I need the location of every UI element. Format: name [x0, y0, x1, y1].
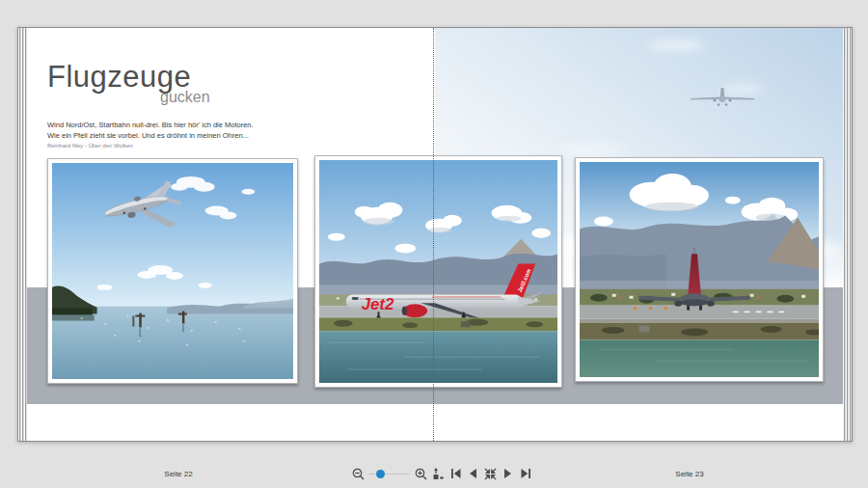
fit-view-icon[interactable] [484, 468, 497, 480]
zoom-slider-handle[interactable] [376, 470, 385, 478]
page-scale-icon[interactable] [432, 468, 445, 480]
photo-plane-rear-view[interactable] [575, 157, 824, 382]
approaching-airplane-photo [689, 82, 756, 111]
body-line-1: Wind Nord/Ost, Startbahn null-drei. Bis … [47, 121, 254, 131]
page-title-block[interactable]: Flugzeuge gucken [47, 61, 210, 105]
song-attribution: Reinhard Mey - Über den Wolken [47, 142, 254, 149]
view-toolbar [352, 467, 531, 480]
right-page-number-label: Seite 23 [661, 470, 719, 478]
photobook-editor-window: Flugzeuge gucken Wind Nord/Ost, Startbah… [0, 0, 868, 488]
page-stack-edge-left [18, 28, 27, 441]
left-page-number-label: Seite 22 [149, 470, 207, 478]
photo-jet2-on-runway-image: Jet2.com Jet2 [319, 160, 557, 383]
book-spread: Flugzeuge gucken Wind Nord/Ost, Startbah… [17, 27, 853, 442]
page-spread-canvas[interactable]: Flugzeuge gucken Wind Nord/Ost, Startbah… [27, 28, 843, 441]
photo-plane-overhead[interactable] [47, 158, 298, 384]
previous-page-icon[interactable] [467, 468, 479, 480]
next-page-icon[interactable] [502, 468, 514, 480]
svg-text:Jet2: Jet2 [362, 295, 394, 313]
first-page-icon[interactable] [449, 468, 462, 480]
photo-plane-rear-view-image [580, 162, 819, 377]
body-line-2: Wie ein Pfeil zieht sie vorbei. Und es d… [47, 131, 254, 142]
page-stack-edge-right [843, 28, 852, 441]
zoom-in-icon[interactable] [415, 468, 427, 480]
body-text-block[interactable]: Wind Nord/Ost, Startbahn null-drei. Bis … [47, 121, 254, 149]
page-subtitle: gucken [160, 90, 210, 105]
statusbar: Seite 22 Seite 23 [0, 461, 868, 488]
photo-jet2-on-runway[interactable]: Jet2.com Jet2 [314, 155, 562, 388]
zoom-slider[interactable] [369, 468, 410, 480]
photo-plane-overhead-image [52, 163, 293, 379]
page-split-guide-line [433, 28, 434, 441]
last-page-icon[interactable] [519, 468, 531, 480]
zoom-out-icon[interactable] [352, 468, 365, 480]
